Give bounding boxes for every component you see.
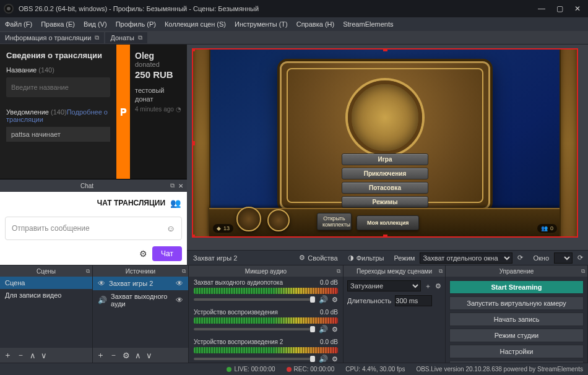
users-icon[interactable]: 👥 [170, 198, 181, 208]
mixer-header: Микшер аудио [245, 268, 287, 275]
vu-meter [194, 288, 338, 294]
clock-icon: ◔ [176, 106, 181, 113]
close-button[interactable]: ✕ [574, 4, 581, 13]
mute-icon[interactable]: 🔊 [319, 355, 328, 363]
version-status: OBS.Live version 20.10.28.638 powered by… [416, 366, 583, 373]
filters-button[interactable]: ◑ Фильтры [343, 251, 389, 265]
emoji-icon[interactable]: ☺ [166, 223, 175, 233]
gear-icon[interactable]: ⚙ [332, 296, 338, 304]
mode-select[interactable]: Захват отдельного окна [420, 252, 512, 264]
menu-streamelements[interactable]: StreamElements [343, 20, 393, 28]
popout-icon[interactable]: ⧉ [95, 34, 99, 41]
center-column: Игра Приключения Потасовка Режимы Открыт… [187, 45, 588, 265]
volume-slider[interactable] [194, 358, 315, 360]
notif-label: Уведомление [6, 108, 49, 116]
sources-header: Источники [126, 268, 155, 275]
gear-icon[interactable]: ⚙ [332, 355, 338, 363]
remove-button[interactable]: － [17, 350, 25, 361]
down-button[interactable]: ∨ [146, 351, 152, 360]
popout-icon[interactable]: ⧉ [439, 268, 443, 275]
volume-slider[interactable] [194, 298, 315, 301]
up-button[interactable]: ∧ [30, 351, 36, 360]
remove-button[interactable]: － [110, 350, 118, 361]
popout-icon[interactable]: ⧉ [581, 268, 585, 275]
studio-mode-button[interactable]: Режим студии [449, 329, 584, 342]
scene-item[interactable]: Сцена [0, 277, 92, 289]
popout-icon[interactable]: ⧉ [182, 268, 186, 275]
menu-help[interactable]: Справка (H) [296, 20, 334, 28]
close-icon[interactable]: ✕ [178, 183, 183, 189]
game-menu-modes: Режимы [342, 196, 428, 208]
mixer-track: Устройство воспроизведения 20.0 dB 🔊⚙ [189, 336, 343, 363]
maximize-button[interactable]: ▢ [556, 4, 563, 13]
menubar: Файл (F) Правка (E) Вид (V) Профиль (P) … [0, 17, 588, 31]
source-item[interactable]: 👁Захват игры 2👁 [93, 277, 188, 290]
menu-file[interactable]: Файл (F) [5, 20, 32, 28]
preview-frame[interactable]: Игра Приключения Потасовка Режимы Открыт… [192, 48, 578, 238]
svg-point-1 [7, 7, 11, 11]
up-button[interactable]: ∧ [135, 351, 141, 360]
window-select[interactable] [554, 252, 573, 264]
add-transition-button[interactable]: ＋ [425, 282, 431, 291]
gear-icon[interactable]: ⚙ [332, 325, 338, 334]
tab-donations[interactable]: Донаты⧉ [105, 32, 147, 43]
start-record-button[interactable]: Начать запись [449, 312, 584, 326]
donor-desc: тестовый донат [135, 86, 182, 103]
gear-icon[interactable]: ⚙ [435, 282, 441, 290]
minimize-button[interactable]: — [538, 4, 545, 13]
quest-icon [267, 209, 290, 231]
preview-area[interactable]: Игра Приключения Потасовка Режимы Открыт… [187, 45, 588, 250]
collection-button: Моя коллекция [357, 215, 419, 230]
visibility-icon[interactable]: 👁 [98, 279, 105, 288]
visibility-icon[interactable]: 👁 [176, 296, 183, 304]
transition-select[interactable]: Затухание [347, 280, 421, 291]
scenes-dock: Сцены⧉ Сцена Для записи видео ＋ － ∧ ∨ [0, 265, 93, 363]
donor-name: Oleg [135, 51, 182, 61]
virtual-cam-button[interactable]: Запустить виртуальную камеру [449, 296, 584, 310]
refresh-icon[interactable]: ⟳ [573, 251, 588, 265]
duration-input[interactable] [395, 295, 432, 306]
app-icon [4, 4, 14, 14]
mute-icon[interactable]: 🔊 [319, 295, 328, 304]
popout-icon[interactable]: ⧉ [138, 34, 142, 41]
add-button[interactable]: ＋ [4, 350, 12, 361]
open-packs-button: Открыть комплекты [317, 213, 352, 230]
scene-item[interactable]: Для записи видео [0, 289, 92, 301]
menu-edit[interactable]: Правка (E) [41, 20, 75, 28]
sources-dock: Источники⧉ 👁Захват игры 2👁 🔊Захват выход… [93, 265, 189, 363]
volume-slider[interactable] [194, 328, 315, 330]
menu-scenes[interactable]: Коллекция сцен (S) [165, 20, 226, 28]
level-badge: ◆ 13 [213, 224, 233, 233]
popout-icon[interactable]: ⧉ [337, 268, 340, 275]
selected-source-label: Захват игры 2 [187, 254, 243, 262]
name-limit: (140) [38, 66, 54, 74]
popout-icon[interactable]: ⧉ [86, 268, 90, 275]
menu-profile[interactable]: Профиль (P) [116, 20, 156, 28]
settings-button[interactable]: ⚙ [123, 351, 130, 360]
transitions-header: Переходы между сценами [357, 268, 432, 275]
down-button[interactable]: ∨ [41, 351, 47, 360]
controls-header: Управление [499, 268, 534, 275]
menu-tools[interactable]: Инструменты (T) [235, 20, 288, 28]
chat-settings-icon[interactable]: ⚙ [139, 249, 147, 259]
controls-dock: Управление⧉ Start Streaming Запустить ви… [446, 265, 588, 363]
mixer-track: Устройство воспроизведения0.0 dB 🔊⚙ [189, 306, 343, 336]
chat-send-button[interactable]: Чат [152, 246, 182, 261]
start-streaming-button[interactable]: Start Streaming [449, 280, 584, 294]
settings-button[interactable]: Настройки [449, 345, 584, 358]
name-input[interactable]: Введите название [6, 77, 110, 97]
popout-icon[interactable]: ⧉ [170, 182, 175, 189]
lock-icon[interactable]: 👁 [176, 279, 183, 288]
chat-input[interactable]: Отправить сообщение☺ [5, 217, 182, 240]
mixer-dock: Микшер аудио⧉ Захват выходного аудиопото… [189, 265, 344, 363]
add-button[interactable]: ＋ [97, 350, 105, 361]
vu-meter [194, 347, 338, 353]
properties-button[interactable]: ⚙ Свойства [294, 251, 342, 265]
statusbar: LIVE: 00:00:00 REC: 00:00:00 CPU: 4.4%, … [0, 363, 588, 375]
source-item[interactable]: 🔊Захват выходного ауди👁 [93, 290, 188, 310]
donations-panel: Oleg donated 250 RUB тестовый донат 4 mi… [116, 45, 187, 179]
menu-view[interactable]: Вид (V) [84, 20, 107, 28]
mute-icon[interactable]: 🔊 [319, 325, 328, 334]
tab-stream-info[interactable]: Информация о трансляции⧉ [0, 32, 104, 43]
refresh-icon[interactable]: ⟳ [512, 251, 528, 265]
